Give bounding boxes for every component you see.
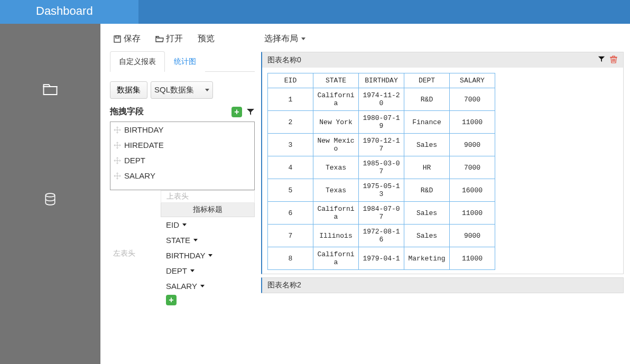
- table-cell: New York: [313, 111, 359, 134]
- field-label: HIREDATE: [124, 141, 164, 150]
- column-label: DEPT: [166, 266, 187, 275]
- layout-select[interactable]: 选择布局: [264, 33, 305, 44]
- table-cell: 1975-05-13: [359, 179, 404, 202]
- column-item-state[interactable]: STATE: [161, 232, 255, 248]
- table-cell: Sales: [404, 134, 450, 156]
- column-item-birthday[interactable]: BIRTHDAY: [161, 248, 255, 263]
- column-label: SALARY: [166, 282, 197, 291]
- table-cell: 1984-07-07: [359, 202, 404, 225]
- column-item-salary[interactable]: SALARY: [161, 278, 255, 294]
- table-row: 4Texas1985-03-07HR7000: [268, 156, 495, 179]
- left-header-label: 左表头: [113, 249, 135, 257]
- tab-chart[interactable]: 统计图: [165, 51, 205, 72]
- table-cell: 1972-08-16: [359, 225, 404, 247]
- preview-label: 预览: [198, 33, 215, 44]
- table-cell: R&D: [404, 88, 450, 111]
- save-button[interactable]: 保存: [113, 33, 141, 44]
- field-list[interactable]: BIRTHDAY HIREDATE DEPT SALARY: [110, 122, 255, 190]
- folder-icon[interactable]: [41, 82, 59, 97]
- chart-title-2: 图表名称2: [267, 281, 301, 290]
- add-field-button[interactable]: +: [231, 107, 242, 117]
- chevron-down-icon: [301, 38, 305, 40]
- table-cell: Sales: [404, 202, 450, 225]
- filter-icon[interactable]: [246, 108, 255, 116]
- svg-point-0: [45, 193, 54, 197]
- move-icon: [114, 157, 121, 164]
- column-item-dept[interactable]: DEPT: [161, 263, 255, 278]
- tab-custom-report[interactable]: 自定义报表: [110, 51, 165, 72]
- table-row: 3New Mexico1970-12-17Sales9000: [268, 134, 495, 156]
- table-row: 8California1979-04-1Marketing11000: [268, 247, 495, 270]
- table-cell: 4: [268, 156, 313, 179]
- field-item[interactable]: SALARY: [110, 168, 254, 183]
- dataset-select-value: SQL数据集: [154, 85, 194, 95]
- dataset-button-label: 数据集: [117, 85, 141, 94]
- metric-title-cell: 指标标题: [161, 203, 255, 217]
- table-cell: California: [313, 247, 359, 270]
- table-cell: 6: [268, 202, 313, 225]
- chevron-down-icon: [208, 254, 212, 257]
- metric-title-label: 指标标题: [193, 205, 223, 213]
- field-item[interactable]: BIRTHDAY: [110, 122, 254, 137]
- chart-body-0: EIDSTATEBIRTHDAYDEPTSALARY 1California19…: [262, 68, 498, 274]
- move-icon: [114, 172, 121, 180]
- column-label: BIRTHDAY: [166, 251, 205, 260]
- table-cell: Marketing: [404, 247, 450, 270]
- table-cell: 11000: [450, 111, 495, 134]
- table-cell: 1979-04-1: [359, 247, 404, 270]
- database-icon[interactable]: [41, 192, 59, 207]
- table-cell: New Mexico: [313, 134, 359, 156]
- table-cell: 1980-07-19: [359, 111, 404, 134]
- data-table: EIDSTATEBIRTHDAYDEPTSALARY 1California19…: [267, 73, 495, 270]
- tab-chart-label: 统计图: [174, 57, 196, 66]
- table-cell: 1: [268, 88, 313, 111]
- column-label: EID: [166, 220, 179, 229]
- table-header: SALARY: [450, 73, 495, 88]
- field-item[interactable]: DEPT: [110, 153, 254, 168]
- delete-icon[interactable]: [609, 55, 618, 65]
- table-cell: 1985-03-07: [359, 156, 404, 179]
- save-icon: [113, 35, 122, 43]
- table-row: 5Texas1975-05-13R&D16000: [268, 179, 495, 202]
- table-cell: 7: [268, 225, 313, 247]
- drag-fields-title: 拖拽字段: [110, 106, 144, 117]
- chevron-down-icon: [182, 223, 187, 226]
- table-cell: 11000: [450, 247, 495, 270]
- preview-button[interactable]: 预览: [198, 33, 215, 44]
- left-sidebar: [0, 24, 100, 364]
- app-header: Dashboard: [0, 0, 630, 24]
- table-cell: 7000: [450, 88, 495, 111]
- layout-label: 选择布局: [264, 33, 298, 44]
- filter-icon[interactable]: [598, 55, 605, 64]
- field-label: SALARY: [124, 171, 155, 180]
- table-cell: HR: [404, 156, 450, 179]
- svg-rect-2: [116, 36, 119, 38]
- structure-panel: 上表头 指标标题 左表头 EID STATE BIRTHDAY DEPT SAL…: [110, 190, 255, 306]
- move-icon: [114, 142, 121, 149]
- table-cell: R&D: [404, 179, 450, 202]
- table-cell: Texas: [313, 156, 359, 179]
- dataset-select[interactable]: SQL数据集: [151, 81, 213, 99]
- field-item[interactable]: HIREDATE: [110, 137, 254, 153]
- field-label: BIRTHDAY: [124, 125, 163, 134]
- brand-title: Dashboard: [0, 0, 138, 24]
- chevron-down-icon: [190, 269, 194, 272]
- dataset-button[interactable]: 数据集: [110, 81, 147, 99]
- top-header-dropzone[interactable]: 上表头: [161, 191, 255, 203]
- config-toolbar: 保存 打开 预览: [110, 29, 255, 51]
- open-button[interactable]: 打开: [155, 33, 183, 44]
- table-cell: 9000: [450, 225, 495, 247]
- table-row: 1California1974-11-20R&D7000: [268, 88, 495, 111]
- main-area: 选择布局 图表名称0 EIDSTATEBIRTHDAYDEPTSALARY 1C…: [259, 24, 630, 364]
- table-cell: 1974-11-20: [359, 88, 404, 111]
- left-header-dropzone[interactable]: 左表头: [110, 217, 161, 307]
- column-item-eid[interactable]: EID: [161, 217, 255, 232]
- table-cell: California: [313, 202, 359, 225]
- add-column-button[interactable]: +: [166, 295, 177, 305]
- table-header: STATE: [313, 73, 359, 88]
- table-header: DEPT: [404, 73, 450, 88]
- move-icon: [114, 126, 121, 134]
- table-row: 2New York1980-07-19Finance11000: [268, 111, 495, 134]
- table-header: BIRTHDAY: [359, 73, 404, 88]
- top-header-label: 上表头: [166, 192, 189, 200]
